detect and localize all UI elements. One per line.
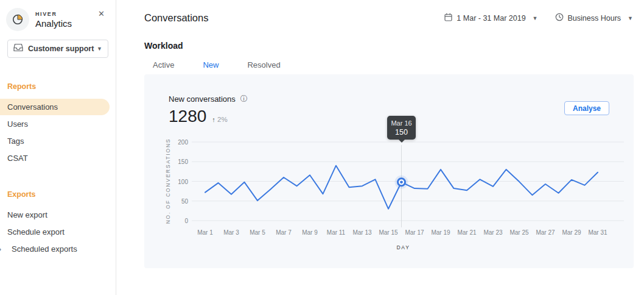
close-icon[interactable]: ✕ xyxy=(98,9,105,18)
x-tick-label: Mar 7 xyxy=(270,229,297,236)
metric-value: 1280 xyxy=(169,107,206,126)
x-tick-label: Mar 19 xyxy=(427,229,454,236)
x-tick-label: Mar 17 xyxy=(401,229,428,236)
x-tick-label: Mar 9 xyxy=(296,229,323,236)
sidebar-item-new-export[interactable]: New export xyxy=(0,207,116,223)
sidebar-item-tags[interactable]: Tags xyxy=(0,133,116,149)
metric-change: ↑ 2% xyxy=(212,116,227,123)
metric-label: New conversations xyxy=(169,94,236,104)
main-content: Conversations 1 Mar - 31 Mar 2019 ▼ xyxy=(116,0,644,295)
clock-icon xyxy=(555,13,564,23)
line-chart[interactable]: NO. OF CONVERSATIONS 050100150200 Mar 1M… xyxy=(192,142,615,221)
metric-block: New conversations ⓘ 1280 ↑ 2% xyxy=(169,94,248,126)
sidebar: HIVER Analytics ✕ Customer support ▼ Rep… xyxy=(0,0,116,295)
y-tick-label: 100 xyxy=(166,179,188,185)
inbox-icon xyxy=(13,43,23,54)
chevron-down-icon: ▼ xyxy=(628,15,633,21)
x-tick-label: Mar 27 xyxy=(532,229,559,236)
x-tick-label: Mar 15 xyxy=(375,229,402,236)
brand-name: HIVER xyxy=(35,11,72,17)
x-tick-label: Mar 25 xyxy=(506,229,533,236)
chevron-down-icon: ▼ xyxy=(533,15,538,21)
arrow-up-icon: ↑ xyxy=(212,116,215,123)
nav-gap xyxy=(0,167,116,190)
x-tick-label: Mar 29 xyxy=(558,229,585,236)
x-tick-label: Mar 23 xyxy=(480,229,506,236)
y-tick-label: 150 xyxy=(166,158,188,165)
sidebar-item-conversations[interactable]: Conversations xyxy=(0,99,110,115)
sidebar-item-schedule-export[interactable]: Schedule export xyxy=(0,224,116,240)
inbox-selector-label: Customer support xyxy=(28,44,97,53)
x-tick-label: Mar 13 xyxy=(349,229,376,236)
chevron-right-icon: › xyxy=(0,245,1,254)
sidebar-item-users[interactable]: Users xyxy=(0,116,116,132)
tooltip-value: 150 xyxy=(387,128,416,137)
x-tick-label: Mar 11 xyxy=(323,229,349,236)
x-axis-title: DAY xyxy=(192,244,615,251)
chart-plot xyxy=(192,142,615,221)
y-tick-label: 200 xyxy=(166,139,188,146)
page-title: Conversations xyxy=(144,12,208,24)
nav-section-exports: Exports xyxy=(0,190,116,199)
brand-product: Analytics xyxy=(35,18,72,29)
sidebar-item-csat[interactable]: CSAT xyxy=(0,150,116,166)
y-tick-label: 50 xyxy=(166,198,188,205)
inbox-selector[interactable]: Customer support ▼ xyxy=(7,40,108,58)
app-window: HIVER Analytics ✕ Customer support ▼ Rep… xyxy=(0,0,644,295)
x-tick-label: Mar 3 xyxy=(218,229,245,236)
brand-text: HIVER Analytics xyxy=(35,11,72,29)
page-header: Conversations 1 Mar - 31 Mar 2019 ▼ xyxy=(144,12,633,24)
chevron-down-icon: ▼ xyxy=(97,46,102,52)
x-tick-label: Mar 31 xyxy=(584,229,611,236)
x-tick-label: Mar 1 xyxy=(192,229,219,236)
calendar-icon xyxy=(444,13,452,23)
info-icon[interactable]: ⓘ xyxy=(240,94,248,104)
x-tick-label: Mar 21 xyxy=(453,229,480,236)
tooltip-arrow-icon xyxy=(399,140,405,143)
hours-filter-label: Business Hours xyxy=(568,14,621,23)
y-tick-label: 0 xyxy=(166,218,188,224)
workload-title: Workload xyxy=(144,41,183,51)
sidebar-item-scheduled-exports[interactable]: › Scheduled exports xyxy=(0,241,116,257)
header-controls: 1 Mar - 31 Mar 2019 ▼ Business Hours ▼ xyxy=(444,13,633,23)
chart-card: New conversations ⓘ 1280 ↑ 2% Analyse NO… xyxy=(144,74,634,268)
date-range-label: 1 Mar - 31 Mar 2019 xyxy=(457,14,525,23)
hours-filter[interactable]: Business Hours ▼ xyxy=(555,13,633,23)
nav-section-reports: Reports xyxy=(0,82,116,91)
date-range-picker[interactable]: 1 Mar - 31 Mar 2019 ▼ xyxy=(444,13,537,23)
x-tick-label: Mar 5 xyxy=(244,229,271,236)
sidebar-nav: Reports Conversations Users Tags CSAT Ex… xyxy=(0,82,116,257)
tooltip-date: Mar 16 xyxy=(387,119,416,127)
hiver-logo-icon xyxy=(6,8,29,31)
analyse-button[interactable]: Analyse xyxy=(564,101,609,115)
chart-tooltip: Mar 16 150 xyxy=(387,116,416,140)
